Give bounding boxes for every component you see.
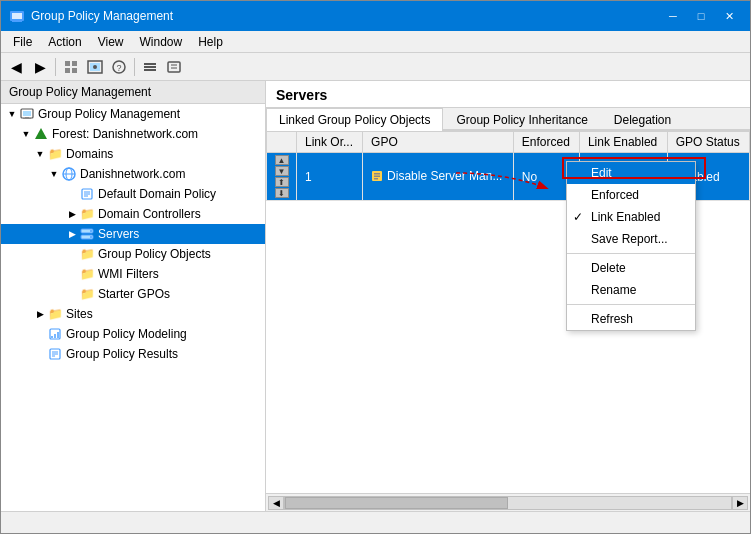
toolbar-btn-2[interactable]	[84, 56, 106, 78]
save-report-label: Save Report...	[591, 232, 668, 246]
tree-item-gp-results[interactable]: ▶ Group Policy Results	[1, 344, 265, 364]
toggle-danishnetwork[interactable]: ▼	[47, 167, 61, 181]
tree-header: Group Policy Management	[1, 81, 265, 104]
toggle-domain-controllers[interactable]: ▶	[65, 207, 79, 221]
svg-rect-3	[12, 21, 22, 22]
enforced-label: Enforced	[591, 188, 639, 202]
context-menu-save-report[interactable]: Save Report...	[567, 228, 695, 250]
svg-marker-23	[35, 128, 47, 139]
svg-point-10	[93, 65, 97, 69]
col-link-order[interactable]: Link Or...	[297, 132, 363, 153]
svg-rect-5	[72, 61, 77, 66]
toggle-forest[interactable]: ▼	[19, 127, 33, 141]
tree-label-domain-controllers: Domain Controllers	[98, 207, 201, 221]
minimize-button[interactable]: ─	[660, 6, 686, 26]
row-nav: ▲ ▼ ⬆ ⬇	[267, 153, 297, 201]
forward-button[interactable]: ▶	[29, 56, 51, 78]
maximize-button[interactable]: □	[688, 6, 714, 26]
col-gpo-status[interactable]: GPO Status	[667, 132, 749, 153]
horizontal-scrollbar[interactable]: ◀ ▶	[266, 493, 750, 511]
tree-item-sites[interactable]: ▶ 📁 Sites	[1, 304, 265, 324]
tree-label-gpo: Group Policy Objects	[98, 247, 211, 261]
tree-item-root[interactable]: ▼ Group Policy Management	[1, 104, 265, 124]
scrollbar-thumb[interactable]	[285, 497, 508, 509]
svg-rect-6	[65, 68, 70, 73]
toggle-sites[interactable]: ▶	[33, 307, 47, 321]
svg-text:?: ?	[116, 63, 121, 73]
tree-item-wmi[interactable]: ▶ 📁 WMI Filters	[1, 264, 265, 284]
context-menu: Edit Enforced ✓ Link Enabled Save Report…	[566, 161, 696, 331]
menu-action[interactable]: Action	[40, 33, 89, 51]
svg-point-34	[90, 236, 92, 238]
icon-default-domain	[79, 186, 95, 202]
icon-sites: 📁	[47, 306, 63, 322]
tree-label-sites: Sites	[66, 307, 93, 321]
tree-item-default-domain[interactable]: ▶ Default Domain Policy	[1, 184, 265, 204]
scrollbar-track[interactable]	[284, 496, 732, 510]
svg-rect-44	[374, 173, 380, 175]
svg-rect-22	[23, 118, 31, 119]
icon-gp-results	[47, 346, 63, 362]
icon-root	[19, 106, 35, 122]
scroll-right-btn[interactable]: ▶	[732, 496, 748, 510]
window-controls: ─ □ ✕	[660, 6, 742, 26]
tree-item-domain-controllers[interactable]: ▶ 📁 Domain Controllers	[1, 204, 265, 224]
context-menu-edit[interactable]: Edit	[567, 162, 695, 184]
menu-view[interactable]: View	[90, 33, 132, 51]
col-link-enabled[interactable]: Link Enabled	[579, 132, 667, 153]
icon-gp-modeling	[47, 326, 63, 342]
toolbar-btn-4[interactable]	[139, 56, 161, 78]
tree-label-forest: Forest: Danishnetwork.com	[52, 127, 198, 141]
table-area: Link Or... GPO Enforced Link Enabled	[266, 131, 750, 493]
context-menu-separator-1	[567, 253, 695, 254]
menu-help[interactable]: Help	[190, 33, 231, 51]
icon-wmi: 📁	[79, 266, 95, 282]
tree-item-starter[interactable]: ▶ 📁 Starter GPOs	[1, 284, 265, 304]
col-enforced[interactable]: Enforced	[513, 132, 579, 153]
tree-item-domains[interactable]: ▼ 📁 Domains	[1, 144, 265, 164]
tab-gp-inheritance[interactable]: Group Policy Inheritance	[443, 108, 600, 131]
tab-delegation[interactable]: Delegation	[601, 108, 684, 131]
tree-item-gp-modeling[interactable]: ▶ Group Policy Modeling	[1, 324, 265, 344]
close-button[interactable]: ✕	[716, 6, 742, 26]
window-title: Group Policy Management	[31, 9, 660, 23]
tree-item-forest[interactable]: ▼ Forest: Danishnetwork.com	[1, 124, 265, 144]
context-menu-link-enabled[interactable]: ✓ Link Enabled	[567, 206, 695, 228]
tree-label-default-domain: Default Domain Policy	[98, 187, 216, 201]
svg-rect-1	[12, 13, 22, 19]
tree-item-servers[interactable]: ▶ Servers	[1, 224, 265, 244]
right-panel-header: Servers	[266, 81, 750, 108]
context-menu-separator-2	[567, 304, 695, 305]
context-menu-enforced[interactable]: Enforced	[567, 184, 695, 206]
svg-rect-46	[374, 178, 378, 180]
context-menu-delete[interactable]: Delete	[567, 257, 695, 279]
svg-rect-45	[374, 175, 380, 177]
toggle-domains[interactable]: ▼	[33, 147, 47, 161]
svg-point-33	[90, 230, 92, 232]
scroll-left-btn[interactable]: ◀	[268, 496, 284, 510]
toggle-root[interactable]: ▼	[5, 107, 19, 121]
context-menu-rename[interactable]: Rename	[567, 279, 695, 301]
svg-rect-13	[144, 63, 156, 65]
menu-file[interactable]: File	[5, 33, 40, 51]
svg-rect-20	[23, 111, 31, 116]
rename-label: Rename	[591, 283, 636, 297]
toolbar-btn-1[interactable]	[60, 56, 82, 78]
tab-linked-gpo[interactable]: Linked Group Policy Objects	[266, 108, 443, 131]
svg-rect-4	[65, 61, 70, 66]
back-button[interactable]: ◀	[5, 56, 27, 78]
toggle-servers[interactable]: ▶	[65, 227, 79, 241]
context-menu-refresh[interactable]: Refresh	[567, 308, 695, 330]
col-gpo[interactable]: GPO	[363, 132, 514, 153]
toolbar-btn-3[interactable]: ?	[108, 56, 130, 78]
tree-item-danishnetwork[interactable]: ▼ Danishnetwork.com	[1, 164, 265, 184]
icon-gpo: 📁	[79, 246, 95, 262]
toolbar-btn-5[interactable]	[163, 56, 185, 78]
link-enabled-label: Link Enabled	[591, 210, 660, 224]
toolbar-separator-2	[134, 58, 135, 76]
main-content: Group Policy Management ▼ Group Policy M…	[1, 81, 750, 511]
col-nav	[267, 132, 297, 153]
tree-item-gpo[interactable]: ▶ 📁 Group Policy Objects	[1, 244, 265, 264]
menu-window[interactable]: Window	[132, 33, 191, 51]
icon-forest	[33, 126, 49, 142]
